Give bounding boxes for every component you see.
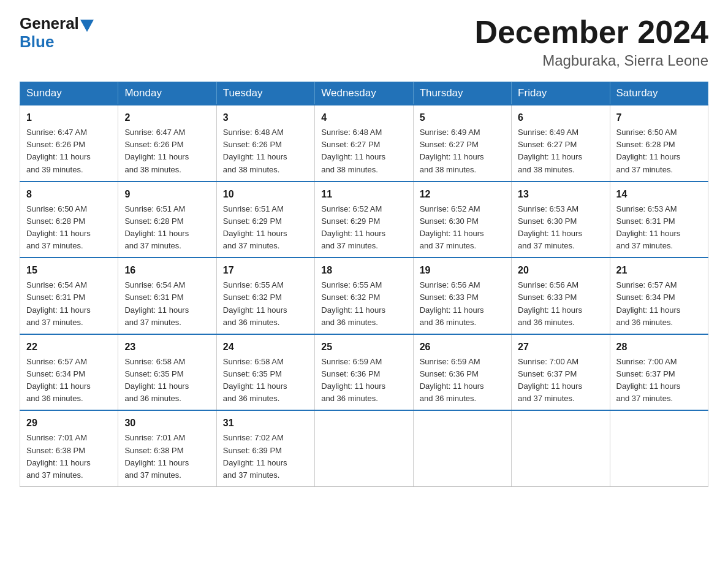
calendar-day-cell: 2 Sunrise: 6:47 AMSunset: 6:26 PMDayligh… <box>118 105 216 182</box>
calendar-day-cell: 5 Sunrise: 6:49 AMSunset: 6:27 PMDayligh… <box>413 105 511 182</box>
day-number: 18 <box>321 263 406 278</box>
column-header-tuesday: Tuesday <box>216 82 314 105</box>
calendar-day-cell: 24 Sunrise: 6:58 AMSunset: 6:35 PMDaylig… <box>216 334 314 411</box>
page-header: General Blue December 2024 Magburaka, Si… <box>20 15 708 69</box>
day-number: 17 <box>223 263 308 278</box>
calendar-day-cell: 14 Sunrise: 6:53 AMSunset: 6:31 PMDaylig… <box>610 182 708 258</box>
calendar-day-cell: 30 Sunrise: 7:01 AMSunset: 6:38 PMDaylig… <box>118 410 216 486</box>
calendar-day-cell <box>610 410 708 486</box>
calendar-day-cell: 21 Sunrise: 6:57 AMSunset: 6:34 PMDaylig… <box>610 258 708 334</box>
title-section: December 2024 Magburaka, Sierra Leone <box>474 15 708 69</box>
calendar-day-cell: 20 Sunrise: 6:56 AMSunset: 6:33 PMDaylig… <box>512 258 610 334</box>
day-info: Sunrise: 6:48 AMSunset: 6:26 PMDaylight:… <box>223 128 287 174</box>
day-number: 26 <box>420 340 505 354</box>
day-info: Sunrise: 6:47 AMSunset: 6:26 PMDaylight:… <box>124 128 189 174</box>
day-number: 29 <box>26 416 112 431</box>
calendar-day-cell: 29 Sunrise: 7:01 AMSunset: 6:38 PMDaylig… <box>20 410 118 486</box>
day-number: 13 <box>518 187 603 202</box>
column-header-saturday: Saturday <box>610 82 708 105</box>
calendar-day-cell: 16 Sunrise: 6:54 AMSunset: 6:31 PMDaylig… <box>118 258 216 334</box>
calendar-day-cell: 15 Sunrise: 6:54 AMSunset: 6:31 PMDaylig… <box>20 258 118 334</box>
day-number: 23 <box>124 340 210 354</box>
day-info: Sunrise: 6:53 AMSunset: 6:30 PMDaylight:… <box>518 204 582 250</box>
logo-general-text: General <box>20 14 79 33</box>
day-number: 5 <box>420 110 505 125</box>
day-info: Sunrise: 6:55 AMSunset: 6:32 PMDaylight:… <box>223 280 287 326</box>
day-info: Sunrise: 7:00 AMSunset: 6:37 PMDaylight:… <box>518 357 582 403</box>
day-info: Sunrise: 7:01 AMSunset: 6:38 PMDaylight:… <box>26 433 91 479</box>
day-info: Sunrise: 6:57 AMSunset: 6:34 PMDaylight:… <box>26 357 91 403</box>
calendar-day-cell: 8 Sunrise: 6:50 AMSunset: 6:28 PMDayligh… <box>20 182 118 258</box>
day-info: Sunrise: 6:56 AMSunset: 6:33 PMDaylight:… <box>420 280 484 326</box>
day-number: 14 <box>616 187 702 202</box>
column-header-wednesday: Wednesday <box>315 82 413 105</box>
day-info: Sunrise: 6:54 AMSunset: 6:31 PMDaylight:… <box>26 280 91 326</box>
day-number: 24 <box>223 340 308 354</box>
calendar-day-cell <box>315 410 413 486</box>
day-number: 11 <box>321 187 406 202</box>
calendar-week-row: 8 Sunrise: 6:50 AMSunset: 6:28 PMDayligh… <box>20 182 708 258</box>
column-header-sunday: Sunday <box>20 82 118 105</box>
logo-triangle-icon <box>80 20 94 32</box>
calendar-day-cell: 22 Sunrise: 6:57 AMSunset: 6:34 PMDaylig… <box>20 334 118 411</box>
day-info: Sunrise: 6:53 AMSunset: 6:31 PMDaylight:… <box>616 204 681 250</box>
calendar-day-cell <box>512 410 610 486</box>
day-number: 9 <box>124 187 210 202</box>
calendar-day-cell: 13 Sunrise: 6:53 AMSunset: 6:30 PMDaylig… <box>512 182 610 258</box>
day-info: Sunrise: 6:50 AMSunset: 6:28 PMDaylight:… <box>26 204 91 250</box>
day-number: 27 <box>518 340 603 354</box>
day-info: Sunrise: 7:00 AMSunset: 6:37 PMDaylight:… <box>616 357 681 403</box>
logo: General Blue <box>20 15 94 52</box>
day-info: Sunrise: 6:49 AMSunset: 6:27 PMDaylight:… <box>420 128 484 174</box>
calendar-week-row: 29 Sunrise: 7:01 AMSunset: 6:38 PMDaylig… <box>20 410 708 486</box>
day-number: 28 <box>616 340 702 354</box>
calendar-day-cell: 26 Sunrise: 6:59 AMSunset: 6:36 PMDaylig… <box>413 334 511 411</box>
calendar-week-row: 15 Sunrise: 6:54 AMSunset: 6:31 PMDaylig… <box>20 258 708 334</box>
day-info: Sunrise: 6:48 AMSunset: 6:27 PMDaylight:… <box>321 128 385 174</box>
calendar-day-cell: 25 Sunrise: 6:59 AMSunset: 6:36 PMDaylig… <box>315 334 413 411</box>
day-number: 16 <box>124 263 210 278</box>
calendar-day-cell: 1 Sunrise: 6:47 AMSunset: 6:26 PMDayligh… <box>20 105 118 182</box>
calendar-day-cell: 12 Sunrise: 6:52 AMSunset: 6:30 PMDaylig… <box>413 182 511 258</box>
day-info: Sunrise: 6:57 AMSunset: 6:34 PMDaylight:… <box>616 280 681 326</box>
day-info: Sunrise: 6:58 AMSunset: 6:35 PMDaylight:… <box>223 357 287 403</box>
day-info: Sunrise: 6:59 AMSunset: 6:36 PMDaylight:… <box>321 357 385 403</box>
calendar-day-cell: 19 Sunrise: 6:56 AMSunset: 6:33 PMDaylig… <box>413 258 511 334</box>
svg-marker-0 <box>80 20 94 32</box>
day-info: Sunrise: 6:51 AMSunset: 6:28 PMDaylight:… <box>124 204 189 250</box>
day-info: Sunrise: 6:55 AMSunset: 6:32 PMDaylight:… <box>321 280 385 326</box>
calendar-day-cell: 27 Sunrise: 7:00 AMSunset: 6:37 PMDaylig… <box>512 334 610 411</box>
day-number: 7 <box>616 110 702 125</box>
day-info: Sunrise: 6:50 AMSunset: 6:28 PMDaylight:… <box>616 128 681 174</box>
day-number: 22 <box>26 340 112 354</box>
column-header-monday: Monday <box>118 82 216 105</box>
calendar-title: December 2024 <box>474 15 708 50</box>
day-number: 4 <box>321 110 406 125</box>
calendar-day-cell: 7 Sunrise: 6:50 AMSunset: 6:28 PMDayligh… <box>610 105 708 182</box>
day-info: Sunrise: 6:52 AMSunset: 6:29 PMDaylight:… <box>321 204 385 250</box>
calendar-week-row: 1 Sunrise: 6:47 AMSunset: 6:26 PMDayligh… <box>20 105 708 182</box>
logo-blue-text: Blue <box>20 33 54 51</box>
day-number: 19 <box>420 263 505 278</box>
day-number: 31 <box>223 416 308 431</box>
day-info: Sunrise: 6:54 AMSunset: 6:31 PMDaylight:… <box>124 280 189 326</box>
day-info: Sunrise: 7:02 AMSunset: 6:39 PMDaylight:… <box>223 433 287 479</box>
day-number: 30 <box>124 416 210 431</box>
calendar-table: SundayMondayTuesdayWednesdayThursdayFrid… <box>20 82 708 487</box>
day-info: Sunrise: 6:59 AMSunset: 6:36 PMDaylight:… <box>420 357 484 403</box>
calendar-day-cell: 10 Sunrise: 6:51 AMSunset: 6:29 PMDaylig… <box>216 182 314 258</box>
day-number: 6 <box>518 110 603 125</box>
column-header-thursday: Thursday <box>413 82 511 105</box>
calendar-day-cell <box>413 410 511 486</box>
day-info: Sunrise: 7:01 AMSunset: 6:38 PMDaylight:… <box>124 433 189 479</box>
day-number: 20 <box>518 263 603 278</box>
day-info: Sunrise: 6:51 AMSunset: 6:29 PMDaylight:… <box>223 204 287 250</box>
day-number: 21 <box>616 263 702 278</box>
calendar-day-cell: 31 Sunrise: 7:02 AMSunset: 6:39 PMDaylig… <box>216 410 314 486</box>
calendar-subtitle: Magburaka, Sierra Leone <box>474 52 708 69</box>
calendar-day-cell: 18 Sunrise: 6:55 AMSunset: 6:32 PMDaylig… <box>315 258 413 334</box>
calendar-day-cell: 28 Sunrise: 7:00 AMSunset: 6:37 PMDaylig… <box>610 334 708 411</box>
day-info: Sunrise: 6:58 AMSunset: 6:35 PMDaylight:… <box>124 357 189 403</box>
day-info: Sunrise: 6:47 AMSunset: 6:26 PMDaylight:… <box>26 128 91 174</box>
day-info: Sunrise: 6:56 AMSunset: 6:33 PMDaylight:… <box>518 280 582 326</box>
